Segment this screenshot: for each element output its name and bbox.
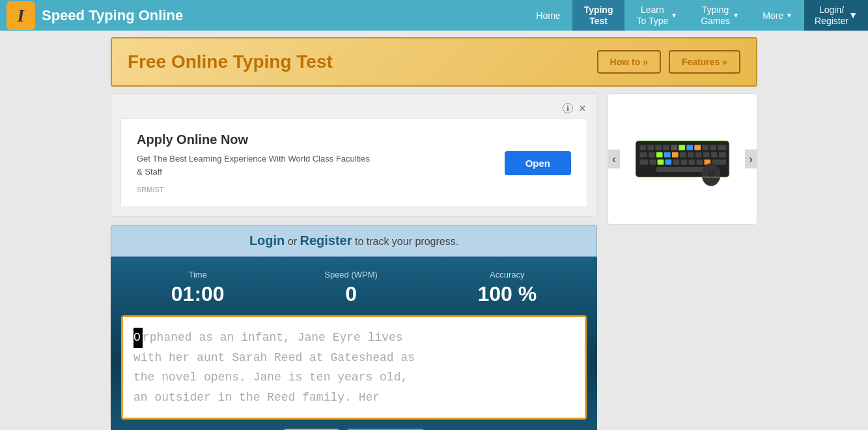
main-nav: Home TypingTest LearnTo Type ▼ TypingGam… bbox=[524, 0, 804, 31]
login-register-button[interactable]: Login/Register ▼ bbox=[804, 0, 868, 31]
svg-rect-11 bbox=[718, 145, 726, 150]
time-value: 01:00 bbox=[171, 282, 225, 306]
nav-home[interactable]: Home bbox=[524, 0, 572, 31]
stats-bar: Time 01:00 Speed (WPM) 0 Accuracy 100 % bbox=[121, 270, 587, 306]
site-title: Speed Typing Online bbox=[42, 7, 183, 24]
nav-more[interactable]: More ▼ bbox=[751, 0, 804, 31]
typing-box[interactable]: Orphaned as an infant, Jane Eyre lives w… bbox=[121, 315, 587, 420]
ad-container: ℹ ✕ Apply Online Now Get The Best Learni… bbox=[111, 93, 597, 217]
svg-rect-33 bbox=[656, 167, 708, 172]
svg-rect-17 bbox=[680, 152, 686, 158]
svg-rect-25 bbox=[658, 160, 664, 165]
accuracy-stat: Accuracy 100 % bbox=[477, 270, 537, 306]
nav-typing-games[interactable]: TypingGames ▼ bbox=[689, 0, 751, 31]
speed-value: 0 bbox=[324, 282, 378, 306]
login-register-bar: Login or Register to track your progress… bbox=[111, 225, 597, 257]
keyboard-image bbox=[630, 126, 735, 192]
svg-rect-18 bbox=[688, 152, 694, 158]
svg-rect-1 bbox=[639, 145, 646, 150]
login-link[interactable]: Login bbox=[249, 233, 285, 248]
banner: Free Online Typing Test How to » Feature… bbox=[111, 37, 757, 87]
svg-rect-21 bbox=[711, 152, 718, 158]
learn-dropdown-arrow: ▼ bbox=[671, 12, 677, 20]
register-link[interactable]: Register bbox=[300, 233, 352, 248]
svg-rect-8 bbox=[694, 145, 701, 150]
svg-rect-30 bbox=[697, 160, 703, 165]
ad-text-area: Apply Online Now Get The Best Learning E… bbox=[137, 132, 505, 194]
svg-rect-15 bbox=[664, 152, 671, 158]
svg-rect-29 bbox=[689, 160, 695, 165]
sidebar-ad: ‹ bbox=[608, 93, 757, 225]
banner-title: Free Online Typing Test bbox=[128, 51, 333, 72]
sidebar-next-button[interactable]: › bbox=[745, 150, 757, 169]
time-stat: Time 01:00 bbox=[171, 270, 225, 306]
more-dropdown-arrow: ▼ bbox=[786, 12, 792, 19]
accuracy-value: 100 % bbox=[477, 282, 537, 306]
sidebar-prev-button[interactable]: ‹ bbox=[608, 150, 620, 169]
svg-rect-16 bbox=[672, 152, 679, 158]
svg-rect-2 bbox=[647, 145, 654, 150]
svg-rect-22 bbox=[719, 152, 726, 158]
svg-rect-9 bbox=[702, 145, 708, 150]
ad-close-icon[interactable]: ✕ bbox=[577, 103, 587, 113]
header: I Speed Typing Online Home TypingTest Le… bbox=[0, 0, 868, 31]
logo-icon[interactable]: I bbox=[7, 1, 35, 30]
ad-body: Get The Best Learning Experience With Wo… bbox=[137, 152, 371, 178]
ad-source: SRMIST bbox=[137, 186, 505, 194]
nav-typing-test[interactable]: TypingTest bbox=[572, 0, 625, 31]
typing-cursor: O bbox=[133, 328, 143, 348]
svg-rect-4 bbox=[663, 145, 669, 150]
svg-rect-12 bbox=[639, 152, 647, 158]
accuracy-label: Accuracy bbox=[477, 270, 537, 280]
login-dropdown-arrow: ▼ bbox=[848, 10, 858, 21]
banner-buttons: How to » Features » bbox=[597, 50, 740, 74]
time-label: Time bbox=[171, 270, 225, 280]
svg-rect-24 bbox=[650, 160, 656, 165]
progress-text: to track your progress. bbox=[352, 236, 458, 247]
games-dropdown-arrow: ▼ bbox=[733, 12, 739, 20]
ad-open-button[interactable]: Open bbox=[505, 151, 571, 175]
svg-rect-26 bbox=[665, 160, 672, 165]
features-button[interactable]: Features » bbox=[669, 50, 740, 74]
svg-point-36 bbox=[708, 169, 714, 178]
svg-rect-5 bbox=[671, 145, 677, 150]
svg-rect-14 bbox=[656, 152, 663, 158]
main-content: ℹ ✕ Apply Online Now Get The Best Learni… bbox=[111, 93, 757, 430]
svg-rect-27 bbox=[673, 160, 680, 165]
center-section: ℹ ✕ Apply Online Now Get The Best Learni… bbox=[111, 93, 597, 430]
svg-rect-3 bbox=[655, 145, 662, 150]
how-to-button[interactable]: How to » bbox=[597, 50, 661, 74]
svg-rect-13 bbox=[649, 152, 655, 158]
speed-stat: Speed (WPM) 0 bbox=[324, 270, 378, 306]
or-text: or bbox=[285, 236, 300, 247]
nav-learn-to-type[interactable]: LearnTo Type ▼ bbox=[624, 0, 689, 31]
right-sidebar: ‹ bbox=[608, 93, 757, 430]
ad-top-bar: ℹ ✕ bbox=[120, 103, 587, 113]
ad-heading: Apply Online Now bbox=[137, 132, 505, 147]
sidebar-ad-inner: ‹ bbox=[608, 94, 757, 224]
speed-label: Speed (WPM) bbox=[324, 270, 378, 280]
ad-inner: Apply Online Now Get The Best Learning E… bbox=[120, 119, 587, 207]
svg-rect-20 bbox=[703, 152, 710, 158]
svg-rect-19 bbox=[695, 152, 702, 158]
typing-area: Time 01:00 Speed (WPM) 0 Accuracy 100 % … bbox=[111, 257, 597, 430]
svg-rect-7 bbox=[686, 145, 693, 150]
svg-rect-10 bbox=[710, 145, 716, 150]
ad-info-icon[interactable]: ℹ bbox=[563, 103, 573, 113]
svg-rect-23 bbox=[639, 160, 648, 165]
svg-rect-28 bbox=[681, 160, 688, 165]
logo-area: I Speed Typing Online bbox=[0, 1, 247, 30]
svg-rect-6 bbox=[679, 145, 685, 150]
